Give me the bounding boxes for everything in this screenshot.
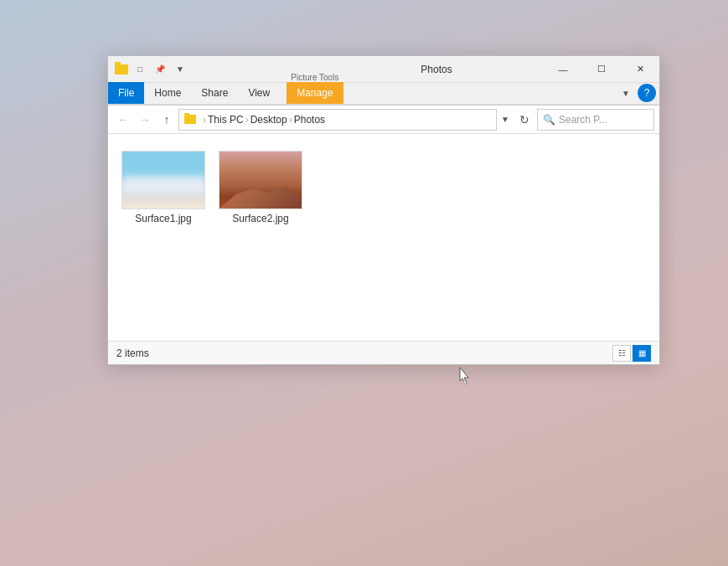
tab-home[interactable]: Home [144,82,191,104]
help-button[interactable]: ? [638,84,656,102]
picture-tools-label: Picture Tools [289,73,340,82]
tab-view[interactable]: View [238,82,280,104]
path-sep-3: › [289,114,292,126]
address-dropdown-button[interactable]: ▼ [498,109,512,131]
search-placeholder: Search P... [559,114,607,126]
tab-file[interactable]: File [108,82,144,104]
path-sep-2: › [245,114,249,126]
address-path[interactable]: › This PC › Desktop › Photos [178,109,497,131]
back-button[interactable]: ← [113,110,133,130]
ribbon-tabs-row: File Home Share View Picture Tools Manag… [108,83,659,105]
refresh-button[interactable]: ↻ [514,109,535,131]
path-sep-1: › [203,114,206,126]
folder-icon-small [115,63,128,76]
path-folder-icon [184,115,196,124]
file-label-surface2: Surface2.jpg [232,213,288,224]
new-folder-qat-button[interactable]: □ [132,61,148,78]
ribbon-area: File Home Share View Picture Tools Manag… [108,83,659,105]
status-bar: 2 items ☷ ▦ [108,341,659,364]
window-controls: — ☐ ✕ [544,56,659,83]
file-item-surface2[interactable]: Surface2.jpg [219,147,302,228]
explorer-window: □ 📌 ▼ Photos — ☐ ✕ File Home Share View … [107,55,660,365]
forward-button[interactable]: → [135,110,155,130]
mouse-cursor [459,367,471,388]
content-area: Surface1.jpg Surface2.jpg [108,134,659,341]
file-item-surface1[interactable]: Surface1.jpg [121,147,205,228]
close-button[interactable]: ✕ [621,56,659,83]
pin-qat-button[interactable]: 📌 [152,61,168,78]
maximize-button[interactable]: ☐ [582,56,621,83]
search-icon: 🔍 [543,114,555,126]
path-desktop[interactable]: Desktop [250,114,287,126]
path-photos[interactable]: Photos [294,114,325,126]
address-bar: ← → ↑ › This PC › Desktop › Photos ▼ ↻ 🔍… [108,105,659,134]
file-label-surface1: Surface1.jpg [135,213,191,224]
tab-share[interactable]: Share [191,82,238,104]
ribbon-collapse-button[interactable]: ▼ [617,82,634,104]
thumbnail-surface1 [121,151,205,209]
details-view-button[interactable]: ☷ [612,345,631,362]
up-button[interactable]: ↑ [157,110,177,130]
picture-tools-container: Picture Tools Manage [287,73,343,104]
search-box[interactable]: 🔍 Search P... [537,109,654,131]
picture-tools-group: Picture Tools Manage [280,73,452,104]
large-icons-view-button[interactable]: ▦ [632,345,651,362]
thumbnail-surface2 [219,151,302,209]
minimize-button[interactable]: — [544,56,582,83]
tab-manage[interactable]: Manage [287,82,343,104]
qat-dropdown-button[interactable]: ▼ [172,61,188,78]
view-buttons: ☷ ▦ [612,345,651,362]
item-count: 2 items [116,347,149,359]
path-this-pc[interactable]: This PC [208,114,244,126]
